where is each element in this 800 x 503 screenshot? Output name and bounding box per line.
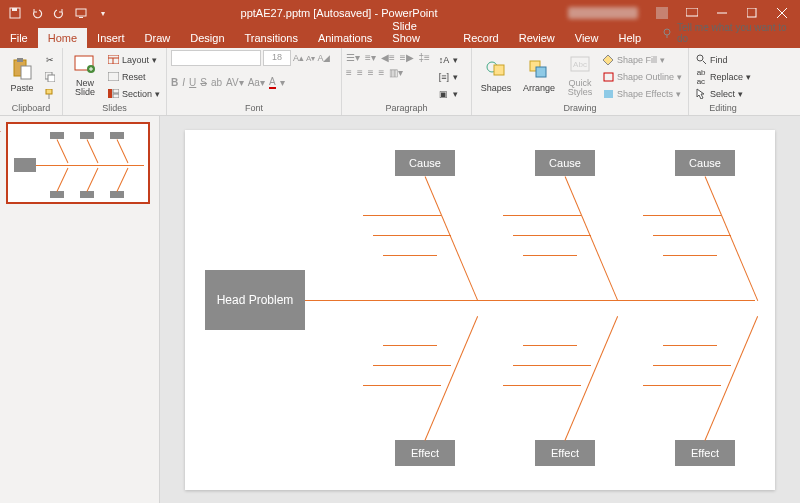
cause-box-3[interactable]: Cause: [675, 150, 735, 176]
columns-icon[interactable]: ▥▾: [389, 67, 403, 78]
bold-button[interactable]: B: [171, 77, 178, 88]
tab-file[interactable]: File: [0, 28, 38, 48]
cut-button[interactable]: ✂: [42, 52, 58, 67]
effect-box-2[interactable]: Effect: [535, 440, 595, 466]
start-from-beginning-icon[interactable]: [74, 6, 88, 20]
redo-icon[interactable]: [52, 6, 66, 20]
align-left-icon[interactable]: ≡: [346, 67, 352, 78]
line-spacing-icon[interactable]: ‡≡: [419, 52, 430, 63]
fishbone-head[interactable]: Head Problem: [205, 270, 305, 330]
bone-bot-2[interactable]: [564, 316, 618, 441]
text-direction-button[interactable]: ↕A▾: [436, 52, 460, 67]
section-button[interactable]: Section ▾: [105, 86, 162, 101]
rib[interactable]: [503, 215, 581, 216]
align-center-icon[interactable]: ≡: [357, 67, 363, 78]
smartart-button[interactable]: ▣▾: [436, 86, 460, 101]
bone-top-1[interactable]: [424, 176, 478, 301]
rib[interactable]: [663, 255, 717, 256]
new-slide-button[interactable]: New Slide: [67, 50, 103, 100]
numbering-icon[interactable]: ≡▾: [365, 52, 376, 63]
layout-button[interactable]: Layout ▾: [105, 52, 162, 67]
rib[interactable]: [653, 365, 731, 366]
indent-right-icon[interactable]: ≡▶: [400, 52, 414, 63]
rib[interactable]: [373, 365, 451, 366]
clear-format-icon[interactable]: A◢: [317, 53, 330, 63]
align-right-icon[interactable]: ≡: [368, 67, 374, 78]
rib[interactable]: [643, 385, 721, 386]
save-icon[interactable]: [8, 6, 22, 20]
effect-box-3[interactable]: Effect: [675, 440, 735, 466]
tab-slideshow[interactable]: Slide Show: [382, 16, 453, 48]
font-color-button[interactable]: A: [269, 76, 276, 89]
align-text-button[interactable]: [≡]▾: [436, 69, 460, 84]
effect-box-1[interactable]: Effect: [395, 440, 455, 466]
select-button[interactable]: Select ▾: [693, 86, 753, 101]
tab-transitions[interactable]: Transitions: [235, 28, 308, 48]
slide-thumbnail-1[interactable]: 1: [6, 122, 150, 204]
tab-review[interactable]: Review: [509, 28, 565, 48]
rib[interactable]: [363, 215, 441, 216]
tab-home[interactable]: Home: [38, 28, 87, 48]
tab-design[interactable]: Design: [180, 28, 234, 48]
tab-animations[interactable]: Animations: [308, 28, 382, 48]
rib[interactable]: [383, 255, 437, 256]
undo-icon[interactable]: [30, 6, 44, 20]
tab-record[interactable]: Record: [453, 28, 508, 48]
shapes-button[interactable]: Shapes: [476, 50, 516, 100]
paste-button[interactable]: Paste: [4, 50, 40, 100]
increase-font-icon[interactable]: A▴: [293, 53, 304, 63]
tab-view[interactable]: View: [565, 28, 609, 48]
rib[interactable]: [653, 235, 731, 236]
indent-left-icon[interactable]: ◀≡: [381, 52, 395, 63]
change-case-button[interactable]: Aa▾: [248, 77, 265, 88]
shape-fill-button[interactable]: Shape Fill ▾: [600, 52, 684, 67]
arrange-button[interactable]: Arrange: [518, 50, 560, 100]
bone-bot-3[interactable]: [704, 316, 758, 441]
rib[interactable]: [373, 235, 451, 236]
rib[interactable]: [513, 235, 591, 236]
tab-draw[interactable]: Draw: [135, 28, 181, 48]
bone-top-3[interactable]: [704, 176, 758, 301]
font-name-input[interactable]: [171, 50, 261, 66]
tab-help[interactable]: Help: [608, 28, 651, 48]
shape-effects-button[interactable]: Shape Effects ▾: [600, 86, 684, 101]
rib[interactable]: [643, 215, 721, 216]
underline-button[interactable]: U: [189, 77, 196, 88]
decrease-font-icon[interactable]: A▾: [306, 54, 315, 63]
tab-insert[interactable]: Insert: [87, 28, 135, 48]
cause-box-1[interactable]: Cause: [395, 150, 455, 176]
slide-editor[interactable]: Head Problem Cause Cause Cause Effect Ef…: [160, 116, 800, 503]
fishbone-spine[interactable]: [305, 300, 755, 302]
tell-me[interactable]: Tell me what you want to do: [651, 18, 800, 48]
slide-canvas[interactable]: Head Problem Cause Cause Cause Effect Ef…: [185, 130, 775, 490]
rib[interactable]: [383, 345, 437, 346]
svg-rect-17: [46, 89, 52, 94]
italic-button[interactable]: I: [182, 77, 185, 88]
svg-rect-5: [686, 8, 698, 16]
bone-bot-1[interactable]: [424, 316, 478, 441]
rib[interactable]: [363, 385, 441, 386]
rib[interactable]: [523, 255, 577, 256]
account-name[interactable]: [568, 7, 638, 19]
qat-dropdown-icon[interactable]: ▾: [96, 6, 110, 20]
find-button[interactable]: Find: [693, 52, 753, 67]
cause-box-2[interactable]: Cause: [535, 150, 595, 176]
font-size-input[interactable]: 18: [263, 50, 291, 66]
rib[interactable]: [663, 345, 717, 346]
rib[interactable]: [503, 385, 581, 386]
spacing-button[interactable]: AV▾: [226, 77, 244, 88]
shapes-label: Shapes: [481, 83, 512, 93]
copy-button[interactable]: [42, 69, 58, 84]
rib[interactable]: [523, 345, 577, 346]
bone-top-2[interactable]: [564, 176, 618, 301]
rib[interactable]: [513, 365, 591, 366]
bullets-icon[interactable]: ☰▾: [346, 52, 360, 63]
shadow-button[interactable]: ab: [211, 77, 222, 88]
strike-button[interactable]: S: [200, 77, 207, 88]
format-painter-button[interactable]: [42, 86, 58, 101]
shape-outline-button[interactable]: Shape Outline ▾: [600, 69, 684, 84]
replace-button[interactable]: abacReplace ▾: [693, 69, 753, 84]
quick-styles-button[interactable]: Abc Quick Styles: [562, 50, 598, 100]
reset-button[interactable]: Reset: [105, 69, 162, 84]
justify-icon[interactable]: ≡: [379, 67, 385, 78]
